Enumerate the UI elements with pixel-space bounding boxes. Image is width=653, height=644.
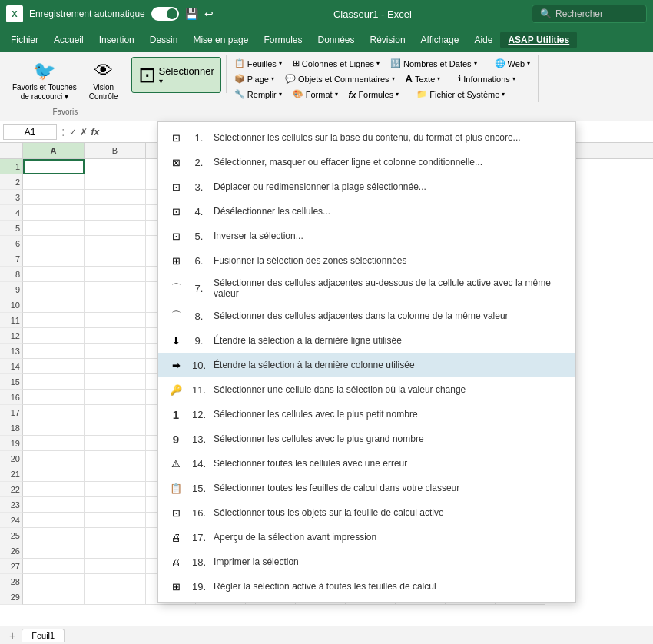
undo-icon[interactable]: ↩ — [204, 8, 214, 20]
dropdown-item-18[interactable]: 🖨18.Imprimer la sélection — [158, 549, 575, 574]
col-header-b[interactable]: B — [85, 143, 146, 158]
cell-r14-c2[interactable] — [85, 359, 146, 374]
cell-r27-c2[interactable] — [85, 559, 146, 574]
plage-btn[interactable]: 📦 Plage ▾ — [230, 72, 279, 85]
nombres-btn[interactable]: 🔢 Nombres et Dates ▾ — [386, 57, 482, 70]
cell-r28-c1[interactable] — [23, 574, 85, 589]
cell-r20-c2[interactable] — [85, 451, 146, 466]
cell-r27-c1[interactable] — [23, 559, 85, 574]
cell-r25-c2[interactable] — [85, 528, 146, 543]
menu-mise-en-page[interactable]: Mise en page — [185, 32, 256, 48]
cell-r10-c1[interactable] — [23, 297, 85, 313]
dropdown-item-8[interactable]: ⌒8.Sélectionner des cellules adjacentes … — [158, 304, 575, 328]
cell-r26-c2[interactable] — [85, 543, 146, 559]
cell-r23-c1[interactable] — [23, 497, 85, 513]
dropdown-item-6[interactable]: ⊞6.Fusionner la sélection des zones séle… — [158, 248, 575, 273]
favoris-btn[interactable]: 🐦 Favoris et Touchesde raccourci ▾ — [8, 57, 81, 105]
cell-r5-c1[interactable] — [23, 221, 85, 236]
dropdown-item-5[interactable]: ⊡5.Inverser la sélection... — [158, 224, 575, 248]
cell-r2-c2[interactable] — [85, 174, 146, 190]
save-icon[interactable]: 💾 — [185, 8, 198, 20]
menu-dessin[interactable]: Dessin — [142, 32, 186, 48]
cell-r11-c2[interactable] — [85, 313, 146, 328]
remplir-btn[interactable]: 🔧 Remplir ▾ — [230, 88, 287, 101]
dropdown-item-9[interactable]: ⬇9.Étendre la sélection à la dernière li… — [158, 328, 575, 353]
menu-insertion[interactable]: Insertion — [91, 32, 142, 48]
autosave-toggle[interactable] — [151, 7, 179, 21]
cell-r13-c2[interactable] — [85, 344, 146, 359]
cell-r1-c2[interactable] — [85, 159, 146, 174]
cell-r29-c2[interactable] — [85, 589, 146, 605]
cell-r12-c2[interactable] — [85, 328, 146, 344]
cell-r8-c1[interactable] — [23, 267, 85, 282]
cell-r6-c1[interactable] — [23, 236, 85, 251]
cell-r26-c1[interactable] — [23, 543, 85, 559]
cell-r20-c1[interactable] — [23, 451, 85, 466]
menu-accueil[interactable]: Accueil — [46, 32, 91, 48]
dropdown-item-7[interactable]: ⌒7.Sélectionner des cellules adjacentes … — [158, 273, 575, 304]
cell-r28-c2[interactable] — [85, 574, 146, 589]
search-box[interactable]: 🔍 Rechercher — [532, 5, 647, 23]
cell-r18-c1[interactable] — [23, 420, 85, 436]
cell-r23-c2[interactable] — [85, 497, 146, 513]
menu-formules[interactable]: Formules — [256, 32, 310, 48]
menu-asap[interactable]: ASAP Utilities — [500, 32, 577, 48]
cell-r19-c2[interactable] — [85, 436, 146, 451]
cell-r10-c2[interactable] — [85, 297, 146, 313]
cell-r7-c2[interactable] — [85, 251, 146, 267]
cell-r22-c2[interactable] — [85, 482, 146, 497]
cell-r17-c1[interactable] — [23, 405, 85, 420]
colonnes-btn[interactable]: ⊞ Colonnes et Lignes ▾ — [288, 57, 384, 70]
fichier-btn[interactable]: 📁 Fichier et Système ▾ — [412, 88, 509, 101]
cell-r22-c1[interactable] — [23, 482, 85, 497]
cell-r16-c2[interactable] — [85, 390, 146, 405]
cell-r13-c1[interactable] — [23, 344, 85, 359]
cell-r5-c2[interactable] — [85, 221, 146, 236]
cell-r15-c2[interactable] — [85, 374, 146, 390]
name-box[interactable] — [3, 124, 57, 140]
cell-r1-c1[interactable] — [23, 159, 85, 174]
col-header-a[interactable]: A — [23, 143, 85, 158]
cell-r11-c1[interactable] — [23, 313, 85, 328]
dropdown-item-14[interactable]: ⚠14.Sélectionner toutes les cellules ave… — [158, 451, 575, 476]
menu-aide[interactable]: Aide — [466, 32, 500, 48]
vision-btn[interactable]: 👁 VisionContrôle — [85, 57, 123, 105]
cell-r8-c2[interactable] — [85, 267, 146, 282]
cell-r7-c1[interactable] — [23, 251, 85, 267]
cell-r19-c1[interactable] — [23, 436, 85, 451]
cell-r17-c2[interactable] — [85, 405, 146, 420]
cell-r12-c1[interactable] — [23, 328, 85, 344]
sheet-tab-1[interactable]: Feuil1 — [22, 629, 65, 642]
objets-btn[interactable]: 💬 Objets et Commentaires ▾ — [280, 72, 399, 85]
texte-btn[interactable]: A Texte ▾ — [401, 71, 446, 86]
dropdown-item-17[interactable]: 🖨17.Aperçu de la sélection avant impress… — [158, 525, 575, 549]
fx-icon[interactable]: fx — [91, 127, 99, 138]
cross-icon[interactable]: ✗ — [80, 127, 88, 138]
informations-btn[interactable]: ℹ Informations ▾ — [453, 72, 520, 85]
cell-r24-c1[interactable] — [23, 513, 85, 528]
cell-r3-c1[interactable] — [23, 190, 85, 205]
menu-revision[interactable]: Révision — [363, 32, 413, 48]
dropdown-item-13[interactable]: 913.Sélectionner les cellules avec le pl… — [158, 427, 575, 451]
cell-r9-c1[interactable] — [23, 282, 85, 297]
cell-r9-c2[interactable] — [85, 282, 146, 297]
format-btn[interactable]: 🎨 Format ▾ — [288, 88, 343, 101]
dropdown-item-11[interactable]: 🔑11.Sélectionner une cellule dans la sél… — [158, 377, 575, 402]
dropdown-item-16[interactable]: ⊡16.Sélectionner tous les objets sur la … — [158, 500, 575, 525]
dropdown-item-3[interactable]: ⊡3.Déplacer ou redimensionner la plage s… — [158, 174, 575, 199]
dropdown-item-12[interactable]: 112.Sélectionner les cellules avec le pl… — [158, 402, 575, 427]
cell-r21-c2[interactable] — [85, 466, 146, 482]
cell-r16-c1[interactable] — [23, 390, 85, 405]
dropdown-item-2[interactable]: ⊠2.Sélectionner, masquer ou effacer lign… — [158, 150, 575, 174]
dropdown-item-1[interactable]: ⊡1.Sélectionner les cellules sur la base… — [158, 125, 575, 150]
dropdown-item-15[interactable]: 📋15.Sélectionner toutes les feuilles de … — [158, 476, 575, 500]
cell-r15-c1[interactable] — [23, 374, 85, 390]
menu-affichage[interactable]: Affichage — [413, 32, 467, 48]
menu-fichier[interactable]: Fichier — [3, 32, 46, 48]
feuilles-btn[interactable]: 📋 Feuilles ▾ — [230, 57, 287, 70]
cell-r6-c2[interactable] — [85, 236, 146, 251]
cell-r21-c1[interactable] — [23, 466, 85, 482]
cell-r29-c1[interactable] — [23, 589, 85, 605]
add-sheet-btn[interactable]: + — [3, 628, 22, 643]
cell-r14-c1[interactable] — [23, 359, 85, 374]
